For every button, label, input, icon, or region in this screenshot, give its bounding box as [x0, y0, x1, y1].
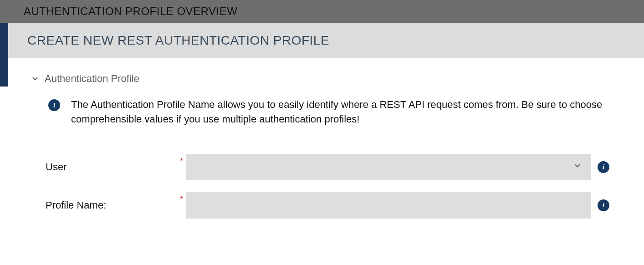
subheader: CREATE NEW REST AUTHENTICATION PROFILE — [8, 23, 644, 58]
content-area: Authentication Profile i The Authenticat… — [8, 58, 644, 240]
form-row-user: User * i — [31, 154, 625, 180]
page-breadcrumb-title: AUTHENTICATION PROFILE OVERVIEW — [24, 5, 237, 18]
user-select[interactable] — [186, 154, 591, 180]
help-icon-profile-name[interactable]: i — [598, 199, 609, 211]
info-icon: i — [48, 99, 60, 111]
user-label: User — [46, 161, 180, 173]
page-title: CREATE NEW REST AUTHENTICATION PROFILE — [27, 33, 329, 48]
info-callout: i The Authentication Profile Name allows… — [31, 97, 625, 127]
info-text: The Authentication Profile Name allows y… — [71, 97, 625, 127]
chevron-down-icon — [573, 161, 582, 173]
profile-name-input[interactable] — [186, 192, 591, 219]
help-icon-user[interactable]: i — [598, 161, 609, 173]
section-header[interactable]: Authentication Profile — [31, 73, 625, 85]
form-row-profile-name: Profile Name: * i — [31, 192, 625, 219]
chevron-down-icon — [31, 75, 39, 83]
profile-name-label: Profile Name: — [46, 199, 180, 211]
section-title: Authentication Profile — [45, 73, 139, 85]
required-marker: * — [180, 157, 183, 166]
required-marker: * — [180, 195, 183, 204]
top-bar: AUTHENTICATION PROFILE OVERVIEW — [0, 0, 644, 23]
